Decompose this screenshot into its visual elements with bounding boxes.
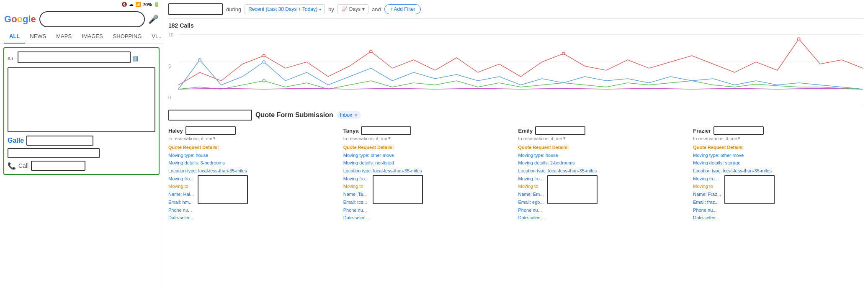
email-card-haley-header: Haley [168,126,338,135]
email-section: Quote Form Submission Inbox ✕ Haley to r… [168,106,863,223]
svg-point-6 [798,38,800,40]
email-card-emily-header: Emily [518,126,688,135]
ad-gallery-text[interactable]: Galle [8,137,24,144]
frazier-dropdown-icon[interactable]: ▾ [738,136,740,141]
tab-maps[interactable]: MAPS [51,30,77,44]
email-card-tanya-header: Tanya [343,126,513,135]
email-cards: Haley to reservations, it, me ▾ Quote Re… [168,125,863,223]
signal-icon: 📶 [135,2,141,7]
chart-y-labels: 10 5 0 [168,31,177,102]
google-search-input[interactable] [39,11,145,27]
y-label-0: 0 [168,95,177,100]
sender-name-haley: Haley [168,128,183,134]
ad-image-redacted [8,67,155,132]
emily-recipient: to reservations, it, me ▾ [518,136,688,141]
haley-name-redacted [185,126,236,135]
info-icon[interactable]: ℹ️ [132,56,138,62]
inbox-close-button[interactable]: ✕ [354,113,358,118]
ad-section: Ad · ℹ️ Galle 📞 Call [3,47,160,175]
svg-point-7 [198,59,201,61]
haley-redacted-block [198,175,248,204]
status-bar: 🔇 ☁ 📶 70% 🔋 [0,0,163,9]
during-label: during [226,6,241,13]
battery-text: 70% [143,2,152,7]
email-card-emily: Emily to reservations, it, me ▾ Quote Re… [518,125,688,223]
email-card-frazier: Frazier to reservations, it, me ▾ Quote … [693,125,863,223]
inbox-label: Inbox [340,112,352,118]
frazier-recipient: to reservations, it, me ▾ [693,136,863,141]
emily-name-redacted [535,126,585,135]
ad-gallery-row: Galle [8,136,155,146]
chart-container: 10 5 0 [168,31,863,102]
ad-gallery-redacted [26,136,93,146]
right-panel: during Recent (Last 30 Days + Today) ▾ b… [163,0,868,290]
haley-recipient: to reservations, it, me ▾ [168,136,338,141]
email-subject-text: Quote Form Submission [255,111,333,119]
emily-dropdown-icon[interactable]: ▾ [563,136,566,141]
inbox-badge: Inbox ✕ [337,111,361,119]
ad-call-row: 📞 Call [8,161,155,171]
chart-area [178,31,863,102]
tanya-email-body: Quote Request Details: Moving type: othe… [343,144,513,222]
ad-call-redacted[interactable] [31,161,85,171]
sender-name-tanya: Tanya [343,128,359,134]
y-label-5: 5 [168,64,177,69]
frazier-email-body: Quote Request Details: Moving type: othe… [693,144,863,222]
phone-icon: 📞 [8,162,16,170]
filter-select-redacted[interactable] [168,3,223,15]
recent-period-dropdown[interactable]: Recent (Last 30 Days + Today) ▾ [245,4,325,14]
tanya-dropdown-icon[interactable]: ▾ [388,136,391,141]
sender-name-frazier: Frazier [693,128,711,134]
haley-email-body: Quote Request Details: Moving type: hous… [168,144,338,222]
svg-point-3 [263,54,265,57]
filter-bar: during Recent (Last 30 Days + Today) ▾ b… [168,0,863,19]
ad-call-text: Call [18,162,28,169]
frazier-redacted-block [724,175,775,204]
chart-svg [178,31,863,93]
svg-point-4 [370,50,372,53]
email-card-frazier-header: Frazier [693,126,863,135]
svg-point-5 [562,52,565,55]
y-label-10: 10 [168,32,177,37]
ad-link-redacted[interactable] [8,148,100,158]
ad-title-redacted [18,51,131,63]
tanya-recipient: to reservations, it, me ▾ [343,136,513,141]
tanya-redacted-block [373,175,423,204]
google-logo: Google [4,14,36,25]
chart-icon: 📈 [341,6,348,12]
wifi-icon: ☁ [129,2,134,7]
emily-redacted-block [547,175,598,204]
and-label: and [372,6,381,13]
left-panel: 🔇 ☁ 📶 70% 🔋 Google 🎤 ALL NEWS MAPS IMAGE… [0,0,163,290]
tanya-name-redacted [361,126,411,135]
emily-email-body: Quote Request Details: Moving type: hous… [518,144,688,222]
email-subject-redacted [168,110,252,121]
tab-shopping[interactable]: SHOPPING [108,30,147,44]
days-dropdown[interactable]: 📈 Days ▾ [337,4,368,14]
chevron-down-icon: ▾ [319,7,321,12]
svg-point-8 [263,61,265,63]
email-card-tanya: Tanya to reservations, it, me ▾ Quote Re… [343,125,513,223]
tab-news[interactable]: NEWS [25,30,51,44]
add-filter-button[interactable]: + Add Filter [384,4,421,14]
ad-text: Ad · [8,56,16,61]
calls-count: 182 Calls [168,19,863,31]
ad-label: Ad · ℹ️ [8,51,155,66]
frazier-name-redacted [713,126,764,135]
battery-icon: 🔋 [154,2,160,7]
chevron-down-icon-2: ▾ [362,6,365,12]
sender-name-emily: Emily [518,128,533,134]
search-tabs: ALL NEWS MAPS IMAGES SHOPPING VI... [0,30,163,44]
by-label: by [328,6,334,13]
no-wifi-icon: 🔇 [121,2,127,7]
haley-dropdown-icon[interactable]: ▾ [213,136,216,141]
tab-videos[interactable]: VI... [147,30,163,44]
mic-icon[interactable]: 🎤 [148,14,159,24]
tab-all[interactable]: ALL [4,30,25,44]
svg-point-9 [263,80,265,82]
email-card-haley: Haley to reservations, it, me ▾ Quote Re… [168,125,338,223]
google-search-bar: Google 🎤 [0,9,163,30]
tab-images[interactable]: IMAGES [77,30,108,44]
email-header-row: Quote Form Submission Inbox ✕ [168,110,863,121]
